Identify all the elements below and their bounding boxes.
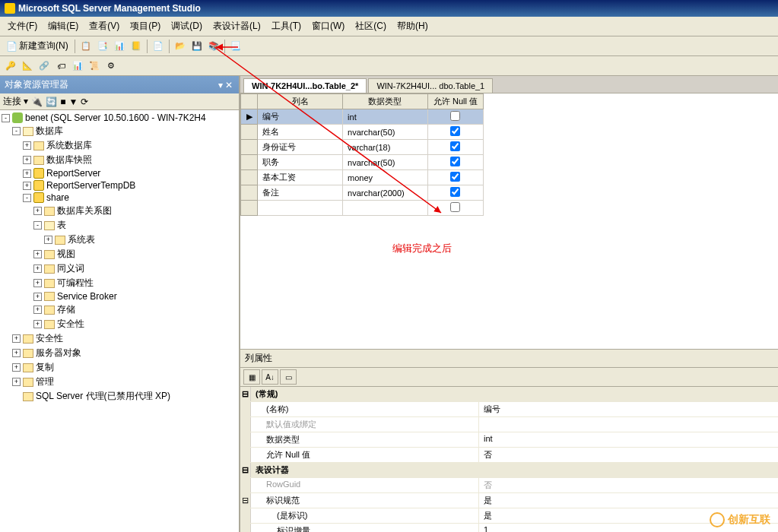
props-cat-designer[interactable]: ⊟表设计器 bbox=[240, 463, 778, 478]
props-row-default[interactable]: 默认值或绑定 bbox=[240, 417, 778, 432]
separator bbox=[75, 40, 75, 53]
tree-mgmt[interactable]: +管理 bbox=[2, 375, 237, 389]
props-row-identinc[interactable]: 标识增量1 bbox=[240, 524, 778, 532]
table-row[interactable]: 姓名nvarchar(50) bbox=[241, 125, 484, 140]
col-null-header: 允许 Null 值 bbox=[427, 94, 483, 109]
props-row-isident[interactable]: (是标识)是 bbox=[240, 508, 778, 524]
toolbar-btn-4[interactable]: 📒 bbox=[129, 39, 144, 54]
collapse-icon[interactable]: ⊟ bbox=[240, 493, 251, 508]
tree-reportservertmp[interactable]: +ReportServerTempDB bbox=[2, 179, 237, 192]
toolbar-btn-2[interactable]: 📑 bbox=[95, 39, 110, 54]
toolbar2-btn-5[interactable]: 📊 bbox=[70, 59, 85, 74]
menu-debug[interactable]: 调试(D) bbox=[167, 18, 207, 34]
tree-reportserver[interactable]: +ReportServer bbox=[2, 167, 237, 179]
tab-table1[interactable]: WIN-7K2H4UI... dbo.Table_1 bbox=[368, 78, 493, 93]
props-pages-icon[interactable]: ▭ bbox=[280, 369, 297, 385]
props-row-dtype[interactable]: 数据类型int bbox=[240, 432, 778, 448]
toolbar-btn-9[interactable]: 📃 bbox=[228, 39, 243, 54]
props-row-rowguid[interactable]: RowGuid否 bbox=[240, 478, 778, 493]
tree-storage[interactable]: +存储 bbox=[2, 302, 237, 317]
props-cat-general[interactable]: ⊟(常规) bbox=[240, 387, 778, 402]
null-checkbox[interactable] bbox=[450, 157, 460, 166]
menu-file[interactable]: 文件(F) bbox=[3, 18, 42, 34]
toolbar-btn-1[interactable]: 📋 bbox=[78, 39, 94, 54]
table-row[interactable]: ▶编号int bbox=[241, 109, 484, 125]
connect-btn-5[interactable]: ⟳ bbox=[81, 97, 88, 107]
tree-sec-db[interactable]: +安全性 bbox=[2, 317, 237, 331]
tree-prog[interactable]: +可编程性 bbox=[2, 276, 237, 290]
props-toolbar: ▦ A↓ ▭ bbox=[240, 368, 778, 387]
tree-share[interactable]: -share bbox=[2, 192, 237, 204]
tree-repl[interactable]: +复制 bbox=[2, 360, 237, 375]
tree-views[interactable]: +视图 bbox=[2, 247, 237, 261]
null-checkbox[interactable] bbox=[450, 126, 460, 136]
props-title: 列属性 bbox=[240, 350, 778, 368]
null-checkbox[interactable] bbox=[450, 202, 460, 212]
toolbar2-btn-4[interactable]: 🏷 bbox=[53, 59, 68, 74]
toolbar2-btn-7[interactable]: ⚙ bbox=[103, 59, 119, 74]
object-tree[interactable]: -benet (SQL Server 10.50.1600 - WIN-7K2H… bbox=[0, 110, 239, 532]
props-grid[interactable]: ⊟(常规) (名称)编号 默认值或绑定 数据类型int 允许 Null 值否 ⊟… bbox=[240, 387, 778, 532]
collapse-icon[interactable]: ⊟ bbox=[240, 463, 251, 477]
tree-tables[interactable]: -表 bbox=[2, 218, 237, 233]
table-row[interactable]: 备注nvarchar(2000) bbox=[241, 185, 484, 201]
toolbar-btn-3[interactable]: 📊 bbox=[112, 39, 127, 54]
object-explorer: 对象资源管理器 ▾ ✕ 连接 ▾ 🔌 🔄 ■ ▼ ⟳ -benet (SQL S… bbox=[0, 76, 240, 532]
tab-table2[interactable]: WIN-7K2H4UI...bo.Table_2* bbox=[243, 78, 367, 93]
separator bbox=[147, 40, 148, 53]
props-categorized-icon[interactable]: ▦ bbox=[243, 369, 260, 385]
connect-dropdown[interactable]: 连接 ▾ bbox=[3, 95, 28, 108]
menu-community[interactable]: 社区(C) bbox=[351, 18, 391, 34]
watermark: 创新互联 bbox=[710, 512, 770, 527]
open-button[interactable]: 📂 bbox=[173, 39, 188, 54]
table-row[interactable]: 职务nvarchar(50) bbox=[241, 155, 484, 170]
connect-btn-1[interactable]: 🔌 bbox=[31, 97, 43, 107]
save-button[interactable]: 💾 bbox=[189, 39, 205, 54]
null-checkbox[interactable] bbox=[450, 172, 460, 182]
menu-tools[interactable]: 工具(T) bbox=[267, 18, 306, 34]
tree-security[interactable]: +安全性 bbox=[2, 331, 237, 346]
save-all-button[interactable]: 📚 bbox=[206, 39, 221, 54]
null-checkbox[interactable] bbox=[450, 187, 460, 197]
tree-synonyms[interactable]: +同义词 bbox=[2, 261, 237, 276]
null-checkbox[interactable] bbox=[450, 111, 460, 121]
tree-server[interactable]: -benet (SQL Server 10.50.1600 - WIN-7K2H… bbox=[2, 112, 237, 124]
tree-sys-tables[interactable]: +系统表 bbox=[2, 233, 237, 247]
table-row[interactable]: 身份证号varchar(18) bbox=[241, 140, 484, 155]
toolbar2-btn-3[interactable]: 🔗 bbox=[37, 59, 52, 74]
props-row-null[interactable]: 允许 Null 值否 bbox=[240, 448, 778, 463]
menu-view[interactable]: 查看(V) bbox=[84, 18, 124, 34]
toolbar-secondary: 🔑 📐 🔗 🏷 📊 📜 ⚙ bbox=[0, 56, 778, 76]
collapse-icon[interactable]: ⊟ bbox=[240, 387, 251, 401]
table-row-empty[interactable] bbox=[241, 201, 484, 216]
tree-srvobj[interactable]: +服务器对象 bbox=[2, 346, 237, 360]
menu-table-designer[interactable]: 表设计器(L) bbox=[208, 18, 265, 34]
tree-snapshot[interactable]: +数据库快照 bbox=[2, 153, 237, 167]
object-explorer-title-text: 对象资源管理器 bbox=[5, 78, 68, 91]
tree-databases[interactable]: -数据库 bbox=[2, 124, 237, 138]
close-icon[interactable]: ▾ ✕ bbox=[217, 80, 234, 90]
menu-project[interactable]: 项目(P) bbox=[125, 18, 165, 34]
null-checkbox[interactable] bbox=[450, 141, 460, 151]
toolbar2-btn-6[interactable]: 📜 bbox=[87, 59, 102, 74]
menu-window[interactable]: 窗口(W) bbox=[307, 18, 349, 34]
connect-btn-2[interactable]: 🔄 bbox=[46, 97, 57, 107]
toolbar2-btn-2[interactable]: 📐 bbox=[20, 59, 35, 74]
columns-grid[interactable]: 列名 数据类型 允许 Null 值 ▶编号int 姓名nvarchar(50) … bbox=[240, 93, 484, 216]
tree-sb[interactable]: +Service Broker bbox=[2, 290, 237, 302]
menu-edit[interactable]: 编辑(E) bbox=[43, 18, 83, 34]
props-row-name[interactable]: (名称)编号 bbox=[240, 402, 778, 417]
tree-sys-db[interactable]: +系统数据库 bbox=[2, 138, 237, 153]
filter-icon[interactable]: ▼ bbox=[69, 97, 78, 107]
tree-diagram[interactable]: +数据库关系图 bbox=[2, 204, 237, 218]
toolbar2-btn-1[interactable]: 🔑 bbox=[3, 59, 18, 74]
toolbar-btn-5[interactable]: 📄 bbox=[151, 39, 166, 54]
tree-agent[interactable]: SQL Server 代理(已禁用代理 XP) bbox=[2, 389, 237, 404]
props-row-ident[interactable]: ⊟标识规范是 bbox=[240, 493, 778, 508]
menu-help[interactable]: 帮助(H) bbox=[392, 18, 433, 34]
props-alpha-icon[interactable]: A↓ bbox=[262, 369, 278, 385]
row-header bbox=[241, 94, 258, 109]
connect-btn-3[interactable]: ■ bbox=[60, 97, 65, 107]
table-row[interactable]: 基本工资money bbox=[241, 170, 484, 185]
new-query-button[interactable]: 📄 新建查询(N) bbox=[3, 38, 71, 54]
